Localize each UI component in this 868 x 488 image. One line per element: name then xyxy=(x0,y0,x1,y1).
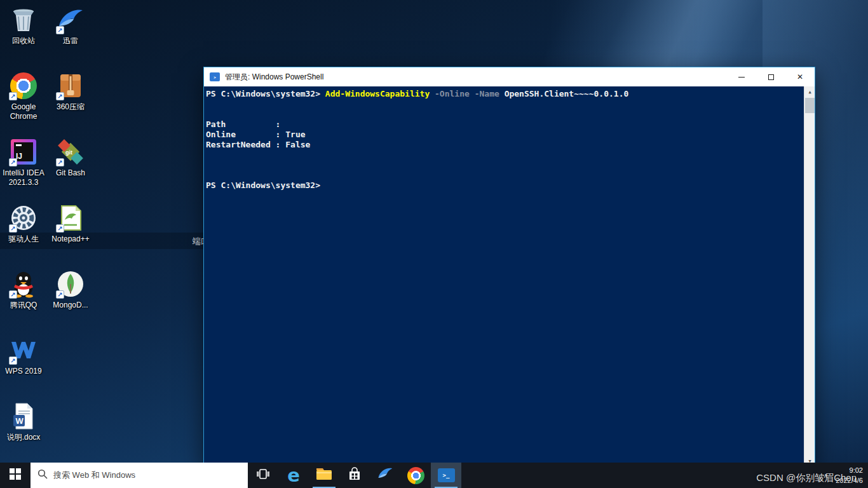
desktop-icon-label: Git Bash xyxy=(56,168,85,178)
console-parameters: -Online -Name xyxy=(430,89,504,98)
clock-time: 9:02 xyxy=(836,465,863,476)
task-view-button[interactable] xyxy=(248,463,278,488)
windows-logo-icon xyxy=(10,468,21,482)
console-output-line: Online : True xyxy=(206,130,802,140)
shortcut-arrow-icon: ↗ xyxy=(9,290,17,299)
taskbar-edge-button[interactable]: e xyxy=(278,463,309,488)
taskbar: 搜索 Web 和 Windows e xyxy=(0,463,868,488)
desktop-icon-label: 360压缩 xyxy=(57,102,85,112)
powershell-window: > 管理员: Windows PowerShell ✕ PS C:\Window… xyxy=(203,67,815,467)
console-blank-line xyxy=(206,109,802,119)
tray-chevron-icon[interactable]: ∧ xyxy=(824,472,828,479)
intellij-icon: IJ ↗ xyxy=(9,137,38,166)
console-blank-line xyxy=(206,99,802,109)
desktop-icon-git-bash[interactable]: git ↗ Git Bash xyxy=(48,137,93,178)
svg-text:W: W xyxy=(16,416,24,426)
console-blank-line xyxy=(206,150,802,160)
thunder-bird-icon xyxy=(377,466,393,485)
window-title: 管理员: Windows PowerShell xyxy=(225,72,727,83)
taskbar-store-button[interactable] xyxy=(339,463,370,488)
powershell-app-icon: > xyxy=(210,72,220,81)
taskbar-search-box[interactable]: 搜索 Web 和 Windows xyxy=(31,463,248,488)
console-command-line: PS C:\Windows\system32> Add-WindowsCapab… xyxy=(206,89,802,99)
desktop-icon-thunder[interactable]: ↗ 迅雷 xyxy=(48,5,93,46)
store-bag-icon xyxy=(347,466,362,484)
wps-icon: W ↗ xyxy=(9,336,38,365)
search-placeholder: 搜索 Web 和 Windows xyxy=(53,470,135,481)
qq-penguin-icon: ↗ xyxy=(9,269,38,299)
console-cmdlet: Add-WindowsCapability xyxy=(325,89,430,98)
powershell-console[interactable]: PS C:\Windows\system32> Add-WindowsCapab… xyxy=(204,86,815,466)
desktop-icon-label: 腾讯QQ xyxy=(10,301,37,310)
console-prompt: PS C:\Windows\system32> xyxy=(206,89,325,98)
folder-icon xyxy=(315,466,333,484)
desktop-icon-mongodb[interactable]: ↗ MongoD... xyxy=(48,269,93,310)
desktop-icon-label: 迅雷 xyxy=(63,36,78,46)
mongodb-leaf-icon: ↗ xyxy=(56,269,85,299)
desktop-icon-label: 回收站 xyxy=(12,36,35,46)
maximize-button[interactable] xyxy=(756,67,785,86)
shortcut-arrow-icon: ↗ xyxy=(56,224,64,233)
desktop-icon-label: WPS 2019 xyxy=(5,367,41,376)
desktop-icon-label: MongoD... xyxy=(53,301,88,310)
console-prompt-line: PS C:\Windows\system32> xyxy=(206,180,802,191)
task-view-icon xyxy=(255,466,271,484)
shortcut-arrow-icon: ↗ xyxy=(56,158,64,166)
desktop-icon-label: 驱动人生 xyxy=(8,234,39,244)
shortcut-arrow-icon: ↗ xyxy=(56,92,64,100)
taskbar-clock[interactable]: 9:02 2022/4/6 xyxy=(836,465,863,486)
word-document-icon: W xyxy=(9,402,38,431)
desktop-icon-label: 说明.docx xyxy=(7,433,41,442)
shortcut-arrow-icon: ↗ xyxy=(9,92,17,100)
desktop-icon-google-chrome[interactable]: ↗ Google Chrome xyxy=(1,71,46,121)
desktop-icon-recycle-bin[interactable]: 回收站 xyxy=(1,5,46,46)
shortcut-arrow-icon: ↗ xyxy=(56,290,64,299)
shortcut-arrow-icon: ↗ xyxy=(9,158,17,166)
desktop-icon-360zip[interactable]: ↗ 360压缩 xyxy=(48,71,93,112)
zip-archive-icon: ↗ xyxy=(56,71,85,100)
console-scrollbar[interactable]: ▲ ▼ xyxy=(804,86,815,466)
edge-icon: e xyxy=(287,466,300,485)
shortcut-arrow-icon: ↗ xyxy=(9,224,17,233)
desktop-icon-intellij-idea[interactable]: IJ ↗ IntelliJ IDEA 2021.3.3 xyxy=(1,137,46,187)
desktop-icon-notepad-plus-plus[interactable]: ↗ Notepad++ xyxy=(48,203,93,244)
desktop-icon-label: Google Chrome xyxy=(1,102,46,121)
search-icon xyxy=(37,469,48,482)
powershell-icon: >_ xyxy=(438,468,455,482)
tooltip-fragment: 端口 xyxy=(193,236,203,247)
taskbar-powershell-button[interactable]: >_ xyxy=(431,463,461,488)
console-output-line: Path : xyxy=(206,119,802,130)
svg-text:git: git xyxy=(65,149,72,156)
chrome-icon xyxy=(407,467,424,484)
chrome-icon: ↗ xyxy=(9,71,38,100)
clock-date: 2022/4/6 xyxy=(836,475,863,486)
close-button[interactable]: ✕ xyxy=(785,67,815,86)
console-argument: OpenSSH.Client~~~~0.0.1.0 xyxy=(505,89,629,98)
desktop-icon-driver-genius[interactable]: ↗ 驱动人生 xyxy=(1,203,46,244)
desktop-icon-label: Notepad++ xyxy=(51,234,89,244)
shortcut-arrow-icon: ↗ xyxy=(56,26,64,34)
desktop: 端口 回收站 ↗ Google Chrome xyxy=(0,0,868,488)
window-titlebar[interactable]: > 管理员: Windows PowerShell ✕ xyxy=(204,67,815,86)
shortcut-arrow-icon: ↗ xyxy=(9,356,17,365)
gear-icon: ↗ xyxy=(9,203,38,233)
system-tray: ∧ 9:02 2022/4/6 xyxy=(824,463,868,488)
taskbar-chrome-button[interactable] xyxy=(400,463,431,488)
taskbar-thunder-button[interactable] xyxy=(370,463,400,488)
console-blank-line xyxy=(206,160,802,170)
taskbar-file-explorer-button[interactable] xyxy=(309,463,339,488)
git-bash-icon: git ↗ xyxy=(56,137,85,166)
scrollbar-thumb[interactable] xyxy=(805,98,815,113)
desktop-icon-readme-docx[interactable]: W 说明.docx xyxy=(1,402,46,442)
desktop-icon-label: IntelliJ IDEA 2021.3.3 xyxy=(1,168,46,187)
minimize-button[interactable] xyxy=(727,67,756,86)
console-output-line: RestartNeeded : False xyxy=(206,140,802,150)
notepad-icon: ↗ xyxy=(56,203,85,233)
start-button[interactable] xyxy=(0,463,31,488)
thunder-bird-icon: ↗ xyxy=(56,5,85,34)
window-controls: ✕ xyxy=(727,67,815,86)
desktop-icon-tencent-qq[interactable]: ↗ 腾讯QQ xyxy=(1,269,46,310)
desktop-icon-wps-2019[interactable]: W ↗ WPS 2019 xyxy=(1,336,46,376)
scroll-up-button[interactable]: ▲ xyxy=(804,86,815,97)
console-blank-line xyxy=(206,170,802,180)
